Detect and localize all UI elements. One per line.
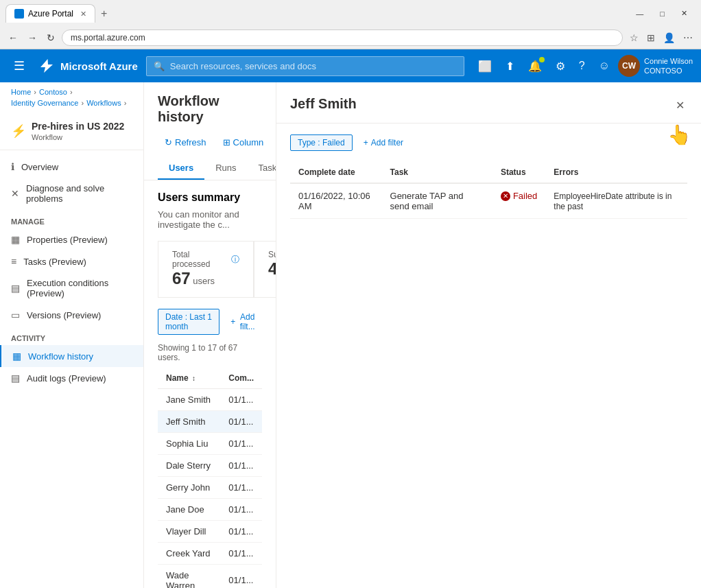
sidebar-item-audit-logs[interactable]: ▤ Audit logs (Preview) bbox=[0, 367, 143, 389]
back-button[interactable]: ← bbox=[5, 30, 21, 46]
diagnose-icon: ✕ bbox=[11, 188, 19, 199]
breadcrumb-contoso[interactable]: Contoso bbox=[39, 88, 67, 96]
star-icon[interactable]: ☆ bbox=[627, 30, 641, 46]
notification-badge bbox=[539, 57, 545, 62]
maximize-button[interactable]: □ bbox=[652, 6, 673, 21]
detail-add-filter-button[interactable]: + Add filter bbox=[358, 135, 409, 150]
complete-date-cell: 01/16/2022, 10:06 AM bbox=[290, 183, 382, 219]
refresh-button[interactable]: ↻ Refresh bbox=[158, 133, 213, 152]
table-row[interactable]: Wade Warren 01/1... bbox=[158, 564, 262, 588]
table-row[interactable]: Jane Doe 01/1... bbox=[158, 498, 262, 520]
col-status: Status bbox=[492, 162, 545, 183]
date-filter-chip[interactable]: Date : Last 1 month bbox=[158, 309, 219, 335]
hamburger-icon[interactable]: ☰ bbox=[8, 53, 30, 79]
user-name-cell: Jane Smith bbox=[158, 388, 220, 410]
user-date-cell: 01/1... bbox=[220, 410, 262, 432]
upload-icon[interactable]: ⬆ bbox=[500, 54, 520, 78]
address-bar[interactable]: ms.portal.azure.com bbox=[62, 30, 623, 46]
add-filter-button[interactable]: + Add filt... bbox=[225, 309, 262, 334]
stat-successful-value: 46 bbox=[268, 259, 276, 278]
tab-users[interactable]: Users bbox=[158, 157, 204, 180]
tab-close-icon[interactable]: ✕ bbox=[80, 10, 86, 19]
breadcrumb-identity[interactable]: Identity Governance bbox=[11, 99, 78, 107]
detail-close-button[interactable]: ✕ bbox=[673, 96, 687, 115]
table-row[interactable]: Vlayer Dill 01/1... bbox=[158, 520, 262, 542]
user-name-cell: Vlayer Dill bbox=[158, 520, 220, 542]
properties-icon: ▦ bbox=[11, 234, 20, 245]
user-org: CONTOSO bbox=[644, 66, 693, 75]
close-button[interactable]: ✕ bbox=[673, 6, 696, 21]
profile-icon[interactable]: 👤 bbox=[661, 30, 678, 46]
sidebar-item-properties[interactable]: ▦ Properties (Preview) bbox=[0, 228, 143, 250]
table-row[interactable]: Jeff Smith 01/1... bbox=[158, 410, 262, 432]
notification-icon[interactable]: 🔔 bbox=[523, 54, 547, 78]
top-nav-icons: ⬜ ⬆ 🔔 ⚙ ? ☺ CW Connie Wilson CONTOSO bbox=[473, 54, 693, 78]
help-icon[interactable]: ? bbox=[573, 54, 591, 78]
stat-total-label: Total processed ⓘ bbox=[172, 250, 239, 269]
detail-header-row: Complete date Task Status Errors bbox=[290, 162, 687, 183]
column-icon: ⊞ bbox=[223, 137, 230, 148]
new-tab-button[interactable]: + bbox=[101, 8, 107, 20]
activity-section-label: Activity bbox=[0, 326, 143, 345]
add-icon: + bbox=[230, 317, 235, 327]
browser-titlebar: Azure Portal ✕ + — □ ✕ bbox=[0, 0, 701, 27]
main-content: Workflow history ↻ Refresh ⊞ Column ↗ Wh… bbox=[144, 82, 276, 588]
sidebar-header: ⚡ Pre-hires in US 2022 Workflow bbox=[0, 113, 143, 150]
forward-button[interactable]: → bbox=[25, 30, 40, 46]
table-row[interactable]: Jane Smith 01/1... bbox=[158, 388, 262, 410]
feedback-icon[interactable]: ☺ bbox=[593, 54, 615, 78]
detail-table: Complete date Task Status Errors 01/16/2… bbox=[290, 162, 687, 219]
user-name-cell: Wade Warren bbox=[158, 564, 220, 588]
user-name-cell: Dale Sterry bbox=[158, 454, 220, 476]
cloud-shell-icon[interactable]: ⬜ bbox=[473, 54, 497, 78]
settings-icon[interactable]: ⚙ bbox=[550, 54, 571, 78]
sidebar-item-execution[interactable]: ▤ Execution conditions (Preview) bbox=[0, 272, 143, 304]
breadcrumb: Home › Contoso › Identity Governance › W… bbox=[0, 82, 143, 113]
browser-tab[interactable]: Azure Portal ✕ bbox=[5, 4, 95, 23]
browser-nav: ← → ↻ ms.portal.azure.com ☆ ⊞ 👤 ⋯ bbox=[0, 27, 701, 49]
sidebar-label-versions: Versions (Preview) bbox=[27, 310, 101, 320]
breadcrumb-workflows[interactable]: Workflows bbox=[86, 99, 121, 107]
tab-tasks[interactable]: Tasks bbox=[248, 157, 276, 180]
sidebar-item-tasks[interactable]: ≡ Tasks (Preview) bbox=[0, 250, 143, 272]
info-icon: ℹ bbox=[11, 161, 14, 172]
minimize-button[interactable]: — bbox=[628, 6, 652, 21]
search-placeholder: Search resources, services and docs bbox=[170, 61, 316, 71]
table-row[interactable]: Creek Yard 01/1... bbox=[158, 542, 262, 564]
sort-icon[interactable]: ↕ bbox=[192, 375, 195, 382]
info-icon: ⓘ bbox=[231, 254, 239, 266]
table-row[interactable]: Gerry John 01/1... bbox=[158, 476, 262, 498]
azure-logo-icon bbox=[38, 58, 55, 74]
sidebar-label-history: Workflow history bbox=[28, 351, 93, 362]
detail-table-body: 01/16/2022, 10:06 AM Generate TAP and se… bbox=[290, 183, 687, 219]
azure-logo-text: Microsoft Azure bbox=[60, 60, 138, 72]
breadcrumb-home[interactable]: Home bbox=[11, 88, 31, 96]
azure-favicon-icon bbox=[14, 9, 24, 19]
table-row[interactable]: Dale Sterry 01/1... bbox=[158, 454, 262, 476]
main-body: Users summary You can monitor and invest… bbox=[144, 180, 276, 588]
sidebar-item-workflow-history[interactable]: ▦ Workflow history bbox=[0, 345, 143, 367]
add-filter-icon: + bbox=[364, 138, 368, 148]
status-text: Failed bbox=[513, 191, 537, 201]
type-filter-chip[interactable]: Type : Failed bbox=[290, 134, 353, 151]
user-profile[interactable]: CW Connie Wilson CONTOSO bbox=[618, 55, 693, 77]
browser-actions: ☆ ⊞ 👤 ⋯ bbox=[627, 30, 696, 46]
sidebar-label-properties: Properties (Preview) bbox=[27, 235, 108, 245]
versions-icon: ▭ bbox=[11, 309, 20, 320]
tab-runs[interactable]: Runs bbox=[204, 157, 247, 180]
sidebar-item-overview[interactable]: ℹ Overview bbox=[0, 156, 143, 178]
col-complete: Com... bbox=[220, 368, 262, 389]
column-button[interactable]: ⊞ Column bbox=[216, 133, 271, 152]
col-complete-date: Complete date bbox=[290, 162, 382, 183]
table-row[interactable]: Sophia Liu 01/1... bbox=[158, 432, 262, 454]
top-nav: ☰ Microsoft Azure 🔍 Search resources, se… bbox=[0, 49, 701, 82]
workflow-icon: ⚡ bbox=[11, 124, 26, 139]
sidebar-item-diagnose[interactable]: ✕ Diagnose and solve problems bbox=[0, 178, 143, 209]
reload-button[interactable]: ↻ bbox=[44, 30, 58, 46]
search-box[interactable]: 🔍 Search resources, services and docs bbox=[146, 56, 464, 76]
more-options-icon[interactable]: ⋯ bbox=[680, 30, 696, 46]
extension-icon[interactable]: ⊞ bbox=[644, 30, 658, 46]
sidebar-item-versions[interactable]: ▭ Versions (Preview) bbox=[0, 304, 143, 326]
url-text: ms.portal.azure.com bbox=[71, 33, 145, 43]
user-name-cell: Jane Doe bbox=[158, 498, 220, 520]
